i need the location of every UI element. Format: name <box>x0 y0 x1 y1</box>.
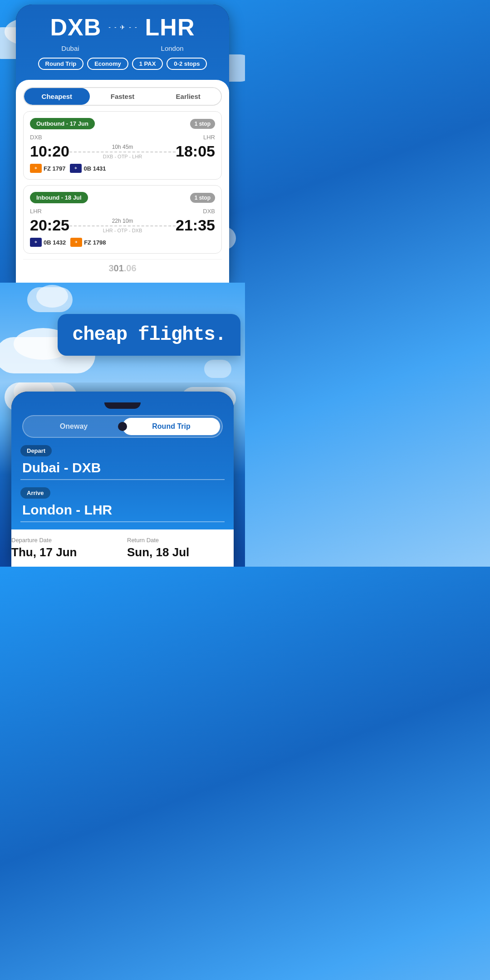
inbound-to: DXB <box>203 208 215 215</box>
outbound-from: DXB <box>30 134 42 141</box>
outbound-flight-card: Outbound - 17 Jun 1 stop DXB LHR 10:20 1… <box>23 111 222 180</box>
inbound-label: Inbound - 18 Jul <box>30 192 88 203</box>
inbound-route: LHR - OTP - DXB <box>69 228 176 233</box>
trip-type-badge[interactable]: Round Trip <box>38 58 84 70</box>
cheap-flights-heading: cheap flights. <box>72 324 226 346</box>
sort-tabs: Cheapest Fastest Earliest <box>23 87 222 106</box>
tab-earliest[interactable]: Earliest <box>155 88 221 105</box>
inbound-from: LHR <box>30 208 42 215</box>
airline-logo-fz-in: ✈ <box>70 238 82 247</box>
return-date-value: Sun, 18 Jul <box>127 545 234 559</box>
inbound-departure: 20:25 <box>30 216 69 234</box>
inbound-airline-2: ✈ FZ 1798 <box>70 238 106 247</box>
outbound-stops: 1 stop <box>190 119 215 129</box>
tab-cheapest[interactable]: Cheapest <box>24 88 90 105</box>
outbound-airline-1: ✈ FZ 1797 <box>30 164 65 173</box>
outbound-arrival: 18:05 <box>176 142 215 160</box>
return-date-col[interactable]: Return Date Sun, 18 Jul <box>127 537 234 559</box>
departure-date-label: Departure Date <box>11 537 118 544</box>
outbound-departure: 10:20 <box>30 142 69 160</box>
airline-logo-0b-in: ✈ <box>30 238 42 247</box>
inbound-stops: 1 stop <box>190 193 215 203</box>
depart-label: Depart <box>20 445 52 456</box>
oneway-option[interactable]: Oneway <box>25 418 122 435</box>
arrive-value[interactable]: London - LHR <box>20 502 225 518</box>
inbound-flight-card: Inbound - 18 Jul 1 stop LHR DXB 20:25 22… <box>23 185 222 254</box>
inbound-duration: 22h 10m <box>69 218 176 224</box>
outbound-duration: 10h 45m <box>69 144 176 150</box>
origin-city: Dubai <box>61 44 79 52</box>
trip-type-toggle: Oneway Round Trip <box>22 415 223 438</box>
inbound-airline-1: ✈ 0B 1432 <box>30 238 66 247</box>
outbound-label: Outbound - 17 Jun <box>30 118 95 129</box>
airline-logo-0b-out: ✈ <box>70 164 82 173</box>
phone-notch <box>104 402 141 409</box>
inbound-arrival: 21:35 <box>176 216 215 234</box>
arrive-label: Arrive <box>20 487 50 499</box>
origin-code: DXB <box>50 14 102 41</box>
outbound-airline-2: ✈ 0B 1431 <box>70 164 106 173</box>
roundtrip-option[interactable]: Round Trip <box>122 418 220 435</box>
toggle-indicator <box>118 422 127 431</box>
tab-fastest[interactable]: Fastest <box>90 88 156 105</box>
partial-price: 301.06 <box>23 259 222 277</box>
destination-code: LHR <box>145 14 195 41</box>
depart-value[interactable]: Dubai - DXB <box>20 460 225 475</box>
dates-section: Departure Date Thu, 17 Jun Return Date S… <box>11 529 234 567</box>
return-date-label: Return Date <box>127 537 234 544</box>
outbound-to: LHR <box>203 134 215 141</box>
cabin-badge[interactable]: Economy <box>87 58 128 70</box>
arrive-divider <box>20 521 225 522</box>
departure-date-col[interactable]: Departure Date Thu, 17 Jun <box>11 537 118 559</box>
outbound-route: DXB - OTP - LHR <box>69 154 176 159</box>
stops-badge[interactable]: 0-2 stops <box>167 58 207 70</box>
airline-logo-fz-out: ✈ <box>30 164 42 173</box>
depart-divider <box>20 479 225 480</box>
departure-date-value: Thu, 17 Jun <box>11 545 118 559</box>
destination-city: London <box>161 44 184 52</box>
pax-badge[interactable]: 1 PAX <box>132 58 163 70</box>
